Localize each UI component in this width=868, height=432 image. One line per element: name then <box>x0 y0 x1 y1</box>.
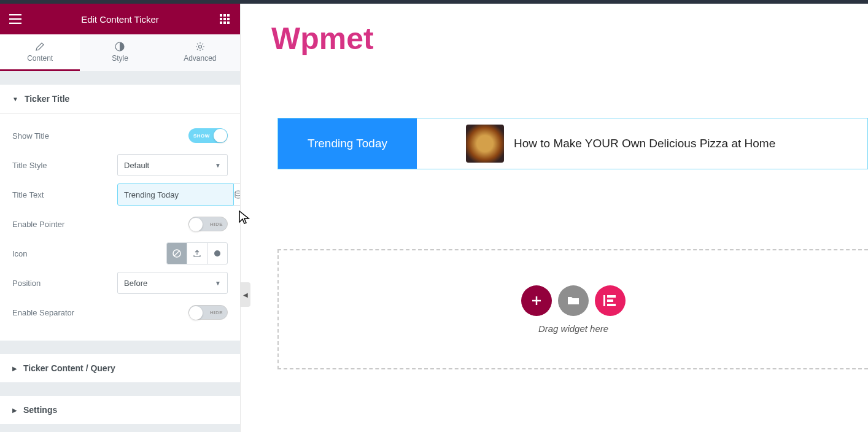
grid-icon <box>220 14 230 24</box>
svg-rect-3 <box>220 18 222 20</box>
widgets-grid-button[interactable] <box>209 4 240 34</box>
template-library-button[interactable] <box>558 285 589 316</box>
section-settings-label: Settings <box>23 405 57 415</box>
hamburger-icon <box>9 14 21 24</box>
title-style-label: Title Style <box>12 161 47 170</box>
plus-icon <box>531 295 542 306</box>
caret-right-icon: ▶ <box>12 365 17 372</box>
svg-rect-1 <box>223 14 226 17</box>
icon-option-upload[interactable] <box>187 243 207 264</box>
svg-rect-7 <box>223 21 226 24</box>
pencil-icon <box>35 42 45 52</box>
svg-rect-8 <box>227 21 230 24</box>
section-ticker-title-body: Show Title SHOW Title Style Default ▼ Ti… <box>0 114 240 341</box>
section-ticker-content-label: Ticker Content / Query <box>23 363 115 373</box>
tab-style-label: Style <box>112 54 128 63</box>
svg-point-10 <box>198 45 201 48</box>
svg-rect-18 <box>607 304 616 306</box>
hamburger-menu-button[interactable] <box>0 4 31 34</box>
icon-select-group <box>166 242 228 264</box>
enable-pointer-label: Enable Pointer <box>12 220 64 229</box>
tab-style[interactable]: Style <box>80 34 160 71</box>
add-section-button[interactable] <box>521 285 552 316</box>
icon-label: Icon <box>12 249 28 258</box>
svg-rect-5 <box>227 18 230 20</box>
show-title-toggle[interactable]: SHOW <box>188 128 228 143</box>
caret-down-icon: ▼ <box>12 96 18 102</box>
position-value: Before <box>124 279 147 288</box>
collapse-sidebar-handle[interactable]: ◀ <box>241 282 250 307</box>
widget-dropzone[interactable]: Drag widget here <box>277 249 868 369</box>
svg-rect-17 <box>607 299 613 302</box>
contrast-icon <box>115 42 125 52</box>
svg-point-11 <box>235 191 240 193</box>
canvas[interactable]: Wpmet Trending Today How to Make YOUR Ow… <box>241 4 868 432</box>
upload-icon <box>193 249 201 258</box>
svg-line-13 <box>174 251 179 256</box>
position-label: Position <box>12 279 41 288</box>
enable-separator-label: Enable Separator <box>12 308 74 317</box>
svg-rect-15 <box>603 295 605 306</box>
ban-icon <box>172 249 181 258</box>
title-style-select[interactable]: Default ▼ <box>117 154 228 176</box>
section-ticker-content-header[interactable]: ▶ Ticker Content / Query <box>0 354 240 382</box>
content-ticker-widget[interactable]: Trending Today How to Make YOUR Own Deli… <box>277 118 868 169</box>
title-style-value: Default <box>124 161 149 170</box>
editor-sidebar: Edit Content Ticker Content Style Advanc… <box>0 4 241 432</box>
circle-icon <box>214 250 220 256</box>
chevron-left-icon: ◀ <box>243 291 248 298</box>
ek-icon <box>603 295 617 306</box>
tab-content[interactable]: Content <box>0 34 80 71</box>
gear-icon <box>195 42 205 52</box>
svg-rect-4 <box>223 18 226 20</box>
toggle-text: HIDE <box>210 222 223 227</box>
section-ticker-title-header[interactable]: ▼ Ticker Title <box>0 85 240 114</box>
position-select[interactable]: Before ▼ <box>117 272 228 294</box>
chevron-down-icon: ▼ <box>215 162 221 169</box>
section-settings-header[interactable]: ▶ Settings <box>0 396 240 424</box>
panel-title: Edit Content Ticker <box>31 14 209 25</box>
svg-rect-16 <box>607 295 616 298</box>
svg-rect-0 <box>220 14 222 17</box>
toggle-text: SHOW <box>193 133 210 139</box>
title-text-input[interactable] <box>117 183 234 206</box>
editor-tabs: Content Style Advanced <box>0 34 240 71</box>
chevron-down-icon: ▼ <box>215 280 221 287</box>
ticker-item-text: How to Make YOUR Own Delicious Pizza at … <box>514 137 775 150</box>
dynamic-tags-button[interactable] <box>234 183 240 206</box>
folder-icon <box>567 296 579 306</box>
title-text-label: Title Text <box>12 190 44 199</box>
database-icon <box>234 190 240 199</box>
tab-advanced[interactable]: Advanced <box>160 34 240 71</box>
ticker-body: How to Make YOUR Own Delicious Pizza at … <box>417 118 867 169</box>
toggle-text: HIDE <box>210 310 223 315</box>
tab-advanced-label: Advanced <box>184 54 216 63</box>
icon-option-none[interactable] <box>167 243 187 264</box>
svg-point-14 <box>214 250 220 256</box>
svg-rect-2 <box>227 14 230 17</box>
ticker-item-thumbnail <box>466 125 504 163</box>
section-ticker-title-label: Ticker Title <box>25 94 69 104</box>
show-title-label: Show Title <box>12 131 49 141</box>
drag-hint-text: Drag widget here <box>538 323 608 334</box>
sidebar-header: Edit Content Ticker <box>0 4 240 34</box>
tab-content-label: Content <box>27 54 53 63</box>
enable-separator-toggle[interactable]: HIDE <box>188 305 228 320</box>
elementskit-button[interactable] <box>595 285 626 316</box>
caret-right-icon: ▶ <box>12 407 17 414</box>
ticker-title-badge: Trending Today <box>278 118 417 169</box>
brand-title: Wpmet <box>271 21 868 56</box>
enable-pointer-toggle[interactable]: HIDE <box>188 217 228 231</box>
svg-rect-6 <box>220 21 222 24</box>
icon-option-library[interactable] <box>207 243 227 264</box>
